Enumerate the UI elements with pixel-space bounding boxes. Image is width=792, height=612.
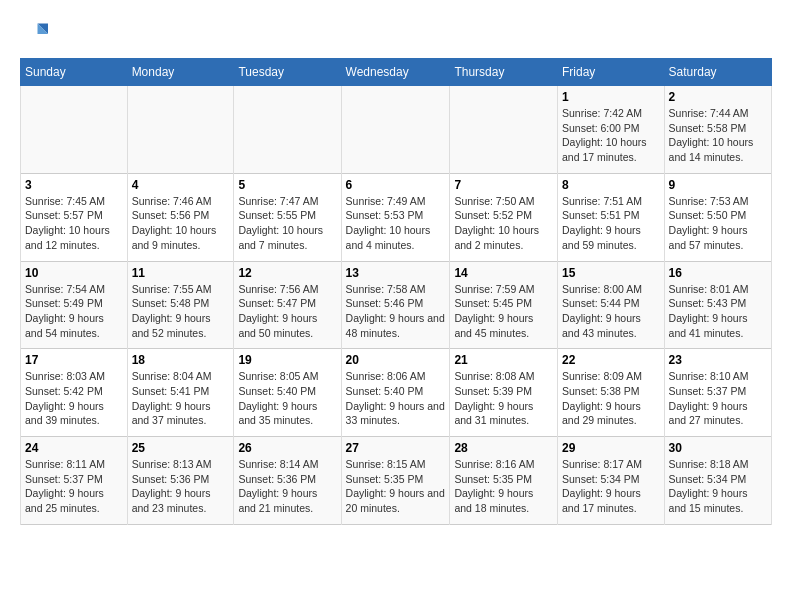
day-info: Sunrise: 8:16 AMSunset: 5:35 PMDaylight:… xyxy=(454,457,553,516)
day-info: Sunrise: 8:14 AMSunset: 5:36 PMDaylight:… xyxy=(238,457,336,516)
day-info: Sunrise: 7:47 AMSunset: 5:55 PMDaylight:… xyxy=(238,194,336,253)
calendar-cell: 2Sunrise: 7:44 AMSunset: 5:58 PMDaylight… xyxy=(664,86,771,174)
calendar-cell: 28Sunrise: 8:16 AMSunset: 5:35 PMDayligh… xyxy=(450,437,558,525)
header-day-wednesday: Wednesday xyxy=(341,59,450,86)
week-row-4: 17Sunrise: 8:03 AMSunset: 5:42 PMDayligh… xyxy=(21,349,772,437)
week-row-1: 1Sunrise: 7:42 AMSunset: 6:00 PMDaylight… xyxy=(21,86,772,174)
day-number: 19 xyxy=(238,353,336,367)
day-info: Sunrise: 7:54 AMSunset: 5:49 PMDaylight:… xyxy=(25,282,123,341)
day-number: 24 xyxy=(25,441,123,455)
calendar-cell: 13Sunrise: 7:58 AMSunset: 5:46 PMDayligh… xyxy=(341,261,450,349)
day-info: Sunrise: 8:17 AMSunset: 5:34 PMDaylight:… xyxy=(562,457,660,516)
day-number: 1 xyxy=(562,90,660,104)
calendar-cell: 8Sunrise: 7:51 AMSunset: 5:51 PMDaylight… xyxy=(557,173,664,261)
day-info: Sunrise: 7:58 AMSunset: 5:46 PMDaylight:… xyxy=(346,282,446,341)
calendar-cell: 30Sunrise: 8:18 AMSunset: 5:34 PMDayligh… xyxy=(664,437,771,525)
day-number: 27 xyxy=(346,441,446,455)
day-number: 20 xyxy=(346,353,446,367)
calendar-cell: 15Sunrise: 8:00 AMSunset: 5:44 PMDayligh… xyxy=(557,261,664,349)
day-number: 16 xyxy=(669,266,767,280)
day-number: 14 xyxy=(454,266,553,280)
day-number: 15 xyxy=(562,266,660,280)
day-number: 30 xyxy=(669,441,767,455)
day-info: Sunrise: 8:08 AMSunset: 5:39 PMDaylight:… xyxy=(454,369,553,428)
calendar-cell: 22Sunrise: 8:09 AMSunset: 5:38 PMDayligh… xyxy=(557,349,664,437)
day-info: Sunrise: 8:01 AMSunset: 5:43 PMDaylight:… xyxy=(669,282,767,341)
day-info: Sunrise: 7:45 AMSunset: 5:57 PMDaylight:… xyxy=(25,194,123,253)
calendar-header-row: SundayMondayTuesdayWednesdayThursdayFrid… xyxy=(21,59,772,86)
day-number: 17 xyxy=(25,353,123,367)
day-info: Sunrise: 8:03 AMSunset: 5:42 PMDaylight:… xyxy=(25,369,123,428)
day-info: Sunrise: 7:50 AMSunset: 5:52 PMDaylight:… xyxy=(454,194,553,253)
day-info: Sunrise: 8:09 AMSunset: 5:38 PMDaylight:… xyxy=(562,369,660,428)
day-info: Sunrise: 7:51 AMSunset: 5:51 PMDaylight:… xyxy=(562,194,660,253)
calendar-cell: 4Sunrise: 7:46 AMSunset: 5:56 PMDaylight… xyxy=(127,173,234,261)
day-info: Sunrise: 8:11 AMSunset: 5:37 PMDaylight:… xyxy=(25,457,123,516)
calendar-cell xyxy=(341,86,450,174)
calendar-cell: 16Sunrise: 8:01 AMSunset: 5:43 PMDayligh… xyxy=(664,261,771,349)
calendar-cell: 26Sunrise: 8:14 AMSunset: 5:36 PMDayligh… xyxy=(234,437,341,525)
day-number: 10 xyxy=(25,266,123,280)
day-info: Sunrise: 7:55 AMSunset: 5:48 PMDaylight:… xyxy=(132,282,230,341)
header-day-saturday: Saturday xyxy=(664,59,771,86)
day-info: Sunrise: 7:44 AMSunset: 5:58 PMDaylight:… xyxy=(669,106,767,165)
calendar-cell xyxy=(21,86,128,174)
day-number: 8 xyxy=(562,178,660,192)
header-day-friday: Friday xyxy=(557,59,664,86)
calendar-cell: 17Sunrise: 8:03 AMSunset: 5:42 PMDayligh… xyxy=(21,349,128,437)
calendar-cell: 29Sunrise: 8:17 AMSunset: 5:34 PMDayligh… xyxy=(557,437,664,525)
week-row-2: 3Sunrise: 7:45 AMSunset: 5:57 PMDaylight… xyxy=(21,173,772,261)
calendar-cell: 23Sunrise: 8:10 AMSunset: 5:37 PMDayligh… xyxy=(664,349,771,437)
day-number: 11 xyxy=(132,266,230,280)
week-row-5: 24Sunrise: 8:11 AMSunset: 5:37 PMDayligh… xyxy=(21,437,772,525)
day-number: 12 xyxy=(238,266,336,280)
day-number: 2 xyxy=(669,90,767,104)
day-number: 13 xyxy=(346,266,446,280)
calendar-cell: 19Sunrise: 8:05 AMSunset: 5:40 PMDayligh… xyxy=(234,349,341,437)
calendar-cell: 9Sunrise: 7:53 AMSunset: 5:50 PMDaylight… xyxy=(664,173,771,261)
day-info: Sunrise: 7:49 AMSunset: 5:53 PMDaylight:… xyxy=(346,194,446,253)
day-info: Sunrise: 8:05 AMSunset: 5:40 PMDaylight:… xyxy=(238,369,336,428)
day-number: 26 xyxy=(238,441,336,455)
calendar-cell xyxy=(234,86,341,174)
calendar-cell: 10Sunrise: 7:54 AMSunset: 5:49 PMDayligh… xyxy=(21,261,128,349)
logo xyxy=(20,20,52,48)
day-info: Sunrise: 8:18 AMSunset: 5:34 PMDaylight:… xyxy=(669,457,767,516)
calendar-cell: 7Sunrise: 7:50 AMSunset: 5:52 PMDaylight… xyxy=(450,173,558,261)
header xyxy=(20,20,772,48)
day-number: 22 xyxy=(562,353,660,367)
day-info: Sunrise: 7:53 AMSunset: 5:50 PMDaylight:… xyxy=(669,194,767,253)
calendar-cell: 3Sunrise: 7:45 AMSunset: 5:57 PMDaylight… xyxy=(21,173,128,261)
day-info: Sunrise: 8:15 AMSunset: 5:35 PMDaylight:… xyxy=(346,457,446,516)
day-info: Sunrise: 7:46 AMSunset: 5:56 PMDaylight:… xyxy=(132,194,230,253)
day-number: 3 xyxy=(25,178,123,192)
day-number: 21 xyxy=(454,353,553,367)
header-day-monday: Monday xyxy=(127,59,234,86)
day-info: Sunrise: 7:42 AMSunset: 6:00 PMDaylight:… xyxy=(562,106,660,165)
calendar-cell: 18Sunrise: 8:04 AMSunset: 5:41 PMDayligh… xyxy=(127,349,234,437)
day-number: 28 xyxy=(454,441,553,455)
calendar-cell: 27Sunrise: 8:15 AMSunset: 5:35 PMDayligh… xyxy=(341,437,450,525)
calendar-cell xyxy=(450,86,558,174)
day-number: 5 xyxy=(238,178,336,192)
day-info: Sunrise: 8:04 AMSunset: 5:41 PMDaylight:… xyxy=(132,369,230,428)
day-info: Sunrise: 7:59 AMSunset: 5:45 PMDaylight:… xyxy=(454,282,553,341)
day-number: 23 xyxy=(669,353,767,367)
day-number: 7 xyxy=(454,178,553,192)
logo-icon xyxy=(20,20,48,48)
day-info: Sunrise: 8:06 AMSunset: 5:40 PMDaylight:… xyxy=(346,369,446,428)
calendar-cell: 6Sunrise: 7:49 AMSunset: 5:53 PMDaylight… xyxy=(341,173,450,261)
calendar-cell xyxy=(127,86,234,174)
header-day-tuesday: Tuesday xyxy=(234,59,341,86)
day-info: Sunrise: 8:10 AMSunset: 5:37 PMDaylight:… xyxy=(669,369,767,428)
day-number: 6 xyxy=(346,178,446,192)
day-info: Sunrise: 7:56 AMSunset: 5:47 PMDaylight:… xyxy=(238,282,336,341)
calendar-cell: 12Sunrise: 7:56 AMSunset: 5:47 PMDayligh… xyxy=(234,261,341,349)
day-number: 29 xyxy=(562,441,660,455)
calendar-cell: 1Sunrise: 7:42 AMSunset: 6:00 PMDaylight… xyxy=(557,86,664,174)
calendar-cell: 20Sunrise: 8:06 AMSunset: 5:40 PMDayligh… xyxy=(341,349,450,437)
day-number: 25 xyxy=(132,441,230,455)
day-info: Sunrise: 8:00 AMSunset: 5:44 PMDaylight:… xyxy=(562,282,660,341)
header-day-thursday: Thursday xyxy=(450,59,558,86)
calendar-table: SundayMondayTuesdayWednesdayThursdayFrid… xyxy=(20,58,772,525)
